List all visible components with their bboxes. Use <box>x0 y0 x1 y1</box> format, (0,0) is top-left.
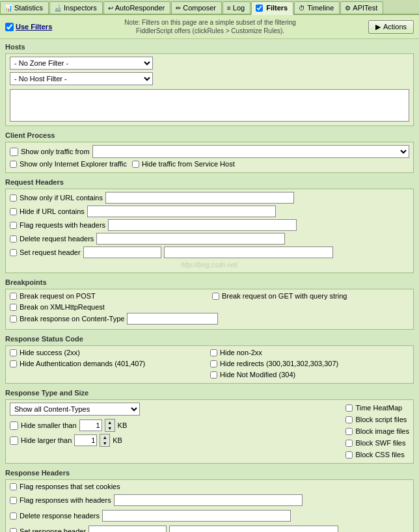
hide-larger-label: Hide larger than <box>21 436 72 444</box>
tab-inspectors-label: Inspectors <box>64 4 97 12</box>
actions-icon: ▶ <box>375 23 381 31</box>
tab-filters[interactable]: Filters <box>251 1 293 15</box>
tab-timeline[interactable]: ⏱ Timeline <box>294 1 340 14</box>
traffic-from-dropdown[interactable] <box>92 145 409 158</box>
larger-kb-label: KB <box>113 436 122 444</box>
block-image-checkbox[interactable] <box>345 428 353 435</box>
break-post-label: Break request on POST <box>20 292 96 300</box>
response-headers-section: Response Headers Flag responses that set… <box>5 469 414 532</box>
filters-tab-checkbox[interactable] <box>256 5 263 12</box>
show-url-input[interactable] <box>105 192 294 204</box>
hide-non2xx-label: Hide non-2xx <box>220 349 262 356</box>
break-get-label: Break request on GET with query string <box>222 292 347 300</box>
hide-smaller-label: Hide smaller than <box>21 421 77 429</box>
block-image-row: Block image files <box>345 427 409 435</box>
content-type-dropdown[interactable]: Show all Content-Types Hide image/* Show… <box>10 403 140 416</box>
flag-headers-checkbox[interactable] <box>10 222 17 229</box>
hide-smaller-row: Hide smaller than ▲ ▼ KB <box>10 419 338 432</box>
break-get-row: Break request on GET with query string <box>212 292 409 300</box>
hide-service-label: Hide traffic from Service Host <box>142 160 235 168</box>
host-filter-dropdown[interactable]: - No Host Filter - <box>10 72 153 85</box>
hide-url-checkbox[interactable] <box>10 208 17 215</box>
hide-not-modified-checkbox[interactable] <box>210 371 217 379</box>
tab-autoresponder[interactable]: ↩ AutoResponder <box>103 1 170 14</box>
delete-headers-checkbox[interactable] <box>10 235 17 243</box>
use-filters-label: Use Filters <box>16 23 52 31</box>
apitest-icon: ⚙ <box>345 5 351 12</box>
hide-2xx-checkbox[interactable] <box>10 349 17 356</box>
request-headers-label: Request Headers <box>5 178 414 186</box>
hosts-section: Hosts - No Zone Filter - Intranet Intern… <box>5 43 414 126</box>
hide-2xx-label: Hide success (2xx) <box>20 349 80 356</box>
toolbar: Use Filters Note: Filters on this page a… <box>0 15 419 39</box>
hide-smaller-up[interactable]: ▲ <box>105 419 115 425</box>
hide-service-checkbox[interactable] <box>132 161 139 168</box>
delete-headers-input[interactable] <box>96 233 285 245</box>
set-header-name-input[interactable] <box>83 246 161 258</box>
break-get-checkbox[interactable] <box>212 293 219 300</box>
actions-button[interactable]: ▶ Actions <box>368 20 414 34</box>
set-header-value-input[interactable] <box>164 246 333 258</box>
hosts-textarea[interactable] <box>10 89 409 122</box>
time-heatmap-checkbox[interactable] <box>345 405 353 412</box>
break-response-input[interactable] <box>127 313 218 325</box>
show-ie-label: Show only Internet Explorer traffic <box>20 160 127 168</box>
client-process-label: Client Process <box>5 131 414 139</box>
set-resp-header-checkbox[interactable] <box>10 528 17 533</box>
hide-larger-down[interactable]: ▼ <box>100 440 109 446</box>
response-status-section: Response Status Code Hide success (2xx) … <box>5 335 414 384</box>
hide-smaller-input[interactable] <box>79 419 102 431</box>
tab-apitest-label: APITest <box>353 4 377 12</box>
delete-resp-headers-input[interactable] <box>102 510 291 522</box>
hosts-label: Hosts <box>5 43 414 51</box>
set-resp-header-row: Set response header <box>10 525 409 532</box>
show-url-row: Show only if URL contains <box>10 192 409 204</box>
hide-smaller-down[interactable]: ▼ <box>105 425 115 431</box>
tab-apitest[interactable]: ⚙ APITest <box>340 1 383 14</box>
client-process-box: Show only traffic from Show only Interne… <box>5 142 414 173</box>
show-ie-checkbox[interactable] <box>10 161 17 168</box>
break-response-checkbox[interactable] <box>10 315 17 323</box>
zone-filter-dropdown[interactable]: - No Zone Filter - Intranet Internet <box>10 57 153 70</box>
use-filters-checkbox[interactable] <box>5 23 14 31</box>
timeline-icon: ⏱ <box>299 5 305 12</box>
hide-redirects-label: Hide redirects (300,301,302,303,307) <box>220 360 338 367</box>
block-script-checkbox[interactable] <box>345 416 353 423</box>
tab-statistics[interactable]: 📊 Statistics <box>0 1 49 14</box>
smaller-kb-label: KB <box>118 421 128 429</box>
break-post-checkbox[interactable] <box>10 293 17 300</box>
flag-resp-headers-input[interactable] <box>114 494 303 506</box>
set-header-checkbox[interactable] <box>10 249 17 256</box>
hide-larger-input[interactable] <box>74 434 97 446</box>
flag-resp-headers-checkbox[interactable] <box>10 497 17 504</box>
hide-auth-checkbox[interactable] <box>10 360 17 367</box>
break-xml-checkbox[interactable] <box>10 304 17 311</box>
flag-headers-input[interactable] <box>108 219 297 231</box>
hide-url-input[interactable] <box>87 206 276 217</box>
show-url-checkbox[interactable] <box>10 194 17 202</box>
block-swf-checkbox[interactable] <box>345 440 353 447</box>
block-image-label: Block image files <box>355 427 409 435</box>
flag-cookies-checkbox[interactable] <box>10 483 17 490</box>
response-type-section: Response Type and Size Show all Content-… <box>5 389 414 464</box>
block-css-checkbox[interactable] <box>345 451 353 459</box>
show-url-label: Show only if URL contains <box>20 194 103 202</box>
hide-larger-checkbox[interactable] <box>10 436 18 445</box>
content-type-row: Show all Content-Types Hide image/* Show… <box>10 403 338 416</box>
show-traffic-checkbox[interactable] <box>10 148 18 156</box>
breakpoints-section: Breakpoints Break request on POST Break … <box>5 278 414 330</box>
request-headers-section: Request Headers Show only if URL contain… <box>5 178 414 273</box>
tab-log[interactable]: ≡ Log <box>223 1 250 14</box>
hide-service-row: Hide traffic from Service Host <box>132 160 235 168</box>
hide-non2xx-checkbox[interactable] <box>210 349 217 356</box>
tab-composer[interactable]: ✏ Composer <box>171 1 222 14</box>
tab-timeline-label: Timeline <box>307 4 334 12</box>
hide-smaller-checkbox[interactable] <box>10 421 18 430</box>
set-resp-header-value-input[interactable] <box>169 525 338 532</box>
set-resp-header-name-input[interactable] <box>88 525 167 532</box>
hide-larger-up[interactable]: ▲ <box>100 434 109 440</box>
hide-redirects-checkbox[interactable] <box>210 360 217 367</box>
delete-resp-headers-checkbox[interactable] <box>10 512 17 520</box>
time-heatmap-row: Time HeatMap <box>345 404 409 412</box>
tab-inspectors[interactable]: 🔬 Inspectors <box>49 1 103 14</box>
